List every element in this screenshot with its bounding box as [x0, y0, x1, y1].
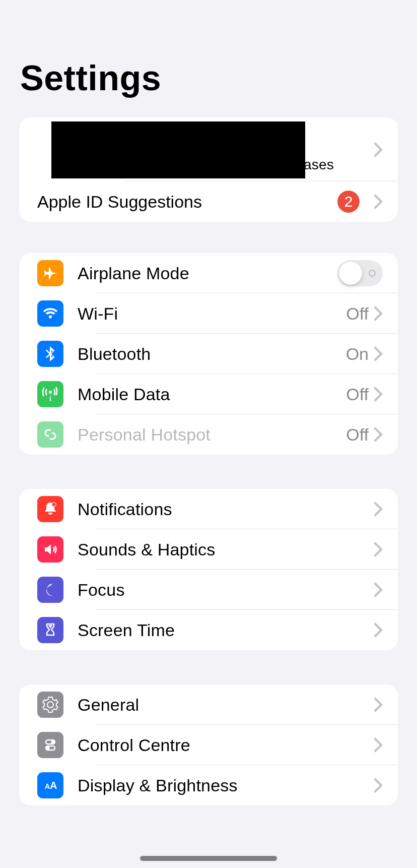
control-centre-row[interactable]: Control Centre [19, 725, 398, 765]
personal-hotspot-row[interactable]: Personal Hotspot Off [19, 414, 398, 455]
display-brightness-label: Display & Brightness [78, 776, 374, 795]
bluetooth-row[interactable]: Bluetooth On [19, 334, 398, 374]
connectivity-group: Airplane Mode Wi-Fi Off Bluetooth On [19, 253, 398, 455]
mobile-data-label: Mobile Data [78, 385, 346, 404]
wifi-label: Wi-Fi [78, 304, 346, 324]
general-row[interactable]: General [19, 685, 398, 725]
focus-label: Focus [78, 580, 374, 600]
chevron-right-icon [374, 697, 383, 712]
control-centre-label: Control Centre [78, 735, 374, 755]
antenna-icon [37, 381, 63, 407]
toggles-icon [37, 732, 63, 758]
hourglass-icon [37, 617, 63, 643]
notifications-group: Notifications Sounds & Haptics Focus Scr… [19, 489, 398, 650]
mobile-data-value: Off [346, 385, 369, 404]
home-indicator[interactable] [140, 856, 277, 861]
bluetooth-value: On [346, 344, 369, 364]
text-size-icon: AA [37, 772, 63, 798]
chevron-right-icon [374, 778, 383, 793]
sounds-row[interactable]: Sounds & Haptics [19, 529, 398, 570]
display-brightness-row[interactable]: AA Display & Brightness [19, 765, 398, 805]
sounds-label: Sounds & Haptics [78, 540, 374, 560]
moon-icon [37, 577, 63, 603]
notifications-label: Notifications [78, 500, 374, 519]
bluetooth-icon [37, 341, 63, 367]
chevron-right-icon [374, 387, 383, 402]
airplane-mode-toggle[interactable] [337, 260, 383, 286]
wifi-icon [37, 300, 63, 327]
chevron-right-icon [374, 502, 383, 517]
wifi-value: Off [346, 304, 369, 324]
bluetooth-label: Bluetooth [78, 344, 346, 364]
wifi-row[interactable]: Wi-Fi Off [19, 293, 398, 334]
screen-time-row[interactable]: Screen Time [19, 610, 398, 650]
general-group: General Control Centre AA Display & Brig… [19, 685, 398, 805]
profile-row[interactable]: ases [19, 117, 398, 181]
svg-point-0 [52, 503, 56, 507]
chevron-right-icon [374, 346, 383, 361]
chevron-right-icon [374, 306, 383, 321]
svg-point-4 [47, 747, 49, 750]
chevron-right-icon [374, 427, 383, 442]
speaker-icon [37, 536, 63, 563]
personal-hotspot-label: Personal Hotspot [78, 425, 346, 445]
hotspot-icon [37, 421, 63, 448]
svg-text:A: A [50, 780, 57, 791]
profile-group: ases Apple ID Suggestions 2 [19, 117, 398, 222]
redacted-block [51, 121, 305, 178]
personal-hotspot-value: Off [346, 425, 369, 445]
airplane-mode-row[interactable]: Airplane Mode [19, 253, 398, 293]
svg-point-2 [52, 741, 54, 743]
apple-id-suggestions-row[interactable]: Apple ID Suggestions 2 [19, 181, 398, 222]
chevron-right-icon [374, 623, 383, 638]
badge-count: 2 [337, 191, 360, 213]
mobile-data-row[interactable]: Mobile Data Off [19, 374, 398, 414]
apple-id-suggestions-label: Apple ID Suggestions [37, 192, 337, 212]
chevron-right-icon [374, 142, 383, 157]
chevron-right-icon [374, 582, 383, 597]
screen-time-label: Screen Time [78, 621, 374, 640]
bell-icon [37, 496, 63, 522]
focus-row[interactable]: Focus [19, 570, 398, 610]
notifications-row[interactable]: Notifications [19, 489, 398, 529]
chevron-right-icon [374, 737, 383, 753]
gear-icon [37, 692, 63, 718]
chevron-right-icon [374, 194, 383, 209]
profile-sub-text: ases [304, 157, 334, 173]
airplane-mode-label: Airplane Mode [78, 264, 337, 283]
page-title: Settings [0, 0, 417, 113]
chevron-right-icon [374, 542, 383, 557]
general-label: General [78, 695, 374, 715]
airplane-icon [37, 260, 63, 286]
svg-text:A: A [45, 782, 50, 790]
